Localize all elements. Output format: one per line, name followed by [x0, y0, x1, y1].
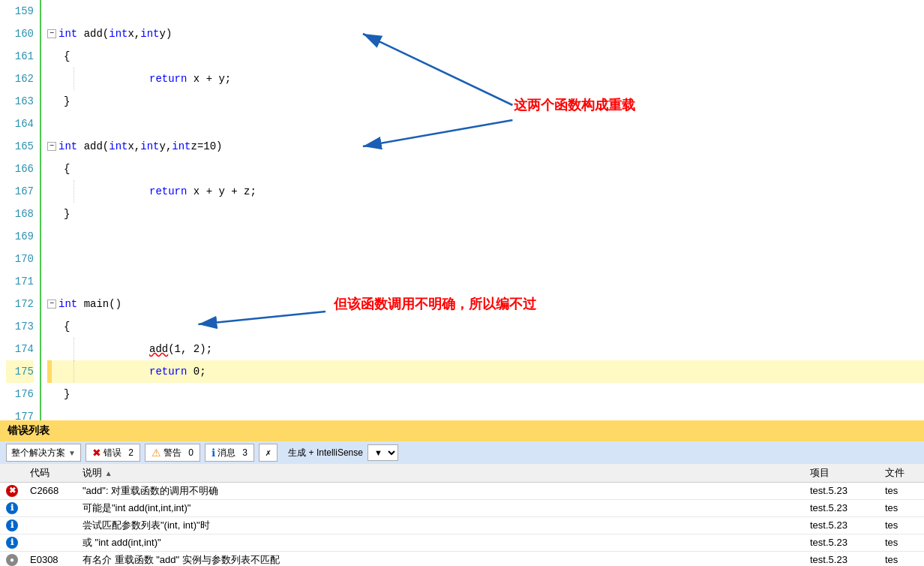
error-count-badge[interactable]: ✖ 错误 2 — [86, 444, 140, 462]
code-line-163: } — [47, 90, 924, 113]
code-line-170 — [47, 248, 924, 270]
collapse-btn-172[interactable]: − — [47, 300, 56, 309]
code-line-161: { — [47, 45, 924, 68]
error-icon: ✖ — [92, 447, 101, 459]
error-table-container: 代码 说明 ▲ 项目 文件 — [0, 464, 924, 566]
table-row[interactable]: ✖ C2668 "add": 对重载函数的调用不明确 test.5.23 tes — [0, 482, 924, 499]
scope-dropdown[interactable]: 整个解决方案 ▼ — [6, 444, 81, 462]
col-header-code[interactable]: 代码 — [24, 464, 76, 482]
error-table: 代码 说明 ▲ 项目 文件 — [0, 464, 924, 566]
warn-icon: ⚠ — [152, 447, 161, 459]
error-panel-title: 错误列表 — [0, 420, 924, 441]
build-dropdown[interactable]: ▼ — [368, 444, 398, 461]
code-line-175: return 0; — [47, 360, 924, 383]
info2-row-icon: ● — [6, 554, 18, 566]
code-line-159 — [47, 0, 924, 23]
code-line-167: return x + y + z; — [47, 180, 924, 203]
scope-dropdown-arrow: ▼ — [68, 449, 76, 457]
info-row-icon: ℹ — [6, 519, 18, 531]
code-line-177 — [47, 405, 924, 420]
filter-button[interactable]: ✗ — [259, 444, 278, 462]
code-line-176: } — [47, 383, 924, 405]
editor-area: 159 160 161 162 163 164 165 166 167 168 … — [0, 0, 924, 420]
table-row[interactable]: ℹ 可能是"int add(int,int,int)" test.5.23 te… — [0, 499, 924, 516]
col-header-file[interactable]: 文件 — [879, 464, 924, 482]
code-line-166: { — [47, 158, 924, 180]
code-line-162: return x + y; — [47, 68, 924, 90]
code-line-164 — [47, 113, 924, 135]
code-line-171 — [47, 270, 924, 293]
table-row[interactable]: ℹ 尝试匹配参数列表"(int, int)"时 test.5.23 tes — [0, 516, 924, 534]
warn-count-badge[interactable]: ⚠ 警告 0 — [145, 444, 200, 462]
code-line-173: { — [47, 315, 924, 338]
info-row-icon: ℹ — [6, 537, 18, 549]
table-row[interactable]: ● E0308 有名介 重载函数 "add" 实例与参数列表不匹配 test.5… — [0, 551, 924, 566]
code-line-169 — [47, 225, 924, 248]
code-line-165: − int add(int x, int y, int z=10) — [47, 135, 924, 158]
collapse-btn-165[interactable]: − — [47, 142, 56, 151]
info-count-badge[interactable]: ℹ 消息 3 — [205, 444, 254, 462]
code-content[interactable]: − int add(int x, int y) { return x + y; — [41, 0, 924, 420]
collapse-btn-160[interactable]: − — [47, 29, 56, 38]
col-header-icon — [0, 464, 24, 482]
error-row-icon: ✖ — [6, 485, 18, 497]
code-line-174: add(1, 2); — [47, 338, 924, 360]
col-header-project[interactable]: 项目 — [804, 464, 879, 482]
info-row-icon: ℹ — [6, 502, 18, 514]
code-line-168: } — [47, 203, 924, 225]
error-panel: 错误列表 整个解决方案 ▼ ✖ 错误 2 ⚠ 警告 0 ℹ 消息 3 — [0, 420, 924, 566]
table-row[interactable]: ℹ 或 "int add(int,int)" test.5.23 tes — [0, 534, 924, 551]
annotation-overload: 这两个函数构成重载 — [514, 94, 635, 116]
error-toolbar: 整个解决方案 ▼ ✖ 错误 2 ⚠ 警告 0 ℹ 消息 3 ✗ 生成 — [0, 441, 924, 464]
warning-gutter — [47, 360, 52, 383]
build-label: 生成 + IntelliSense — [288, 447, 363, 459]
code-line-160: − int add(int x, int y) — [47, 23, 924, 45]
col-header-desc[interactable]: 说明 ▲ — [76, 464, 782, 482]
col-header-spacer — [782, 464, 804, 482]
line-numbers: 159 160 161 162 163 164 165 166 167 168 … — [0, 0, 41, 420]
info-icon: ℹ — [212, 447, 215, 459]
annotation-ambiguous: 但该函数调用不明确，所以编不过 — [334, 293, 536, 315]
